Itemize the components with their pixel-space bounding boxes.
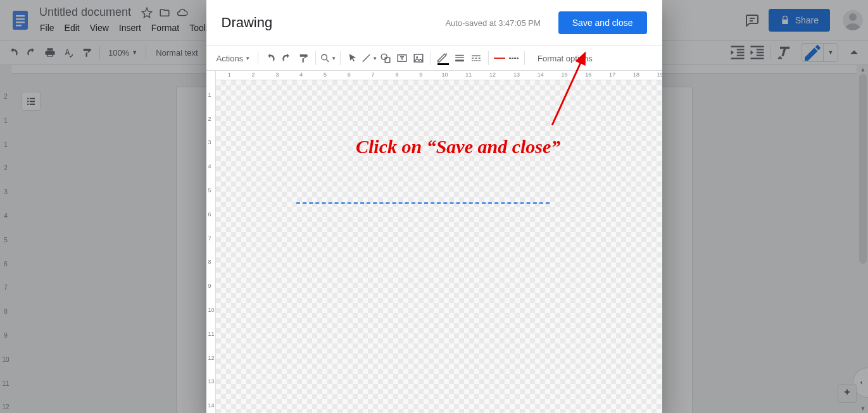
undo-icon[interactable] <box>262 50 279 66</box>
line-end-icon[interactable] <box>506 51 520 65</box>
line-start-icon[interactable] <box>493 51 506 65</box>
drawn-line-object[interactable] <box>296 202 550 204</box>
actions-menu[interactable]: Actions▼ <box>213 51 255 66</box>
save-and-close-button[interactable]: Save and close <box>558 11 647 34</box>
select-tool-icon[interactable] <box>344 50 361 66</box>
autosave-label: Auto-saved at 3:47:05 PM <box>445 18 540 28</box>
svg-point-11 <box>416 56 418 58</box>
svg-point-6 <box>322 54 327 60</box>
line-tool-icon[interactable]: ▼ <box>361 50 377 66</box>
shape-tool-icon[interactable] <box>377 50 394 66</box>
text-box-icon[interactable] <box>394 50 410 66</box>
zoom-icon[interactable]: ▼ <box>320 50 336 66</box>
redo-icon[interactable] <box>279 50 295 66</box>
format-options-button[interactable]: Format options <box>538 54 593 63</box>
line-color-icon[interactable] <box>435 50 451 66</box>
svg-point-7 <box>381 54 387 59</box>
drawing-toolbar: Actions▼ ▼ ▼ Format options <box>206 46 662 71</box>
dialog-title: Drawing <box>222 15 273 31</box>
svg-rect-8 <box>385 58 390 63</box>
line-dash-icon[interactable] <box>468 50 484 66</box>
paint-format-icon[interactable] <box>295 50 311 66</box>
drawing-horizontal-ruler[interactable]: 12345678910111213141516171819 <box>216 71 662 80</box>
drawing-canvas[interactable] <box>216 80 662 413</box>
drawing-dialog: Drawing Auto-saved at 3:47:05 PM Save an… <box>206 0 662 413</box>
drawing-vertical-ruler[interactable]: 1234567891011121314 <box>206 71 216 413</box>
image-tool-icon[interactable] <box>410 50 427 66</box>
modal-overlay: Drawing Auto-saved at 3:47:05 PM Save an… <box>0 0 868 413</box>
line-weight-icon[interactable] <box>451 50 468 66</box>
